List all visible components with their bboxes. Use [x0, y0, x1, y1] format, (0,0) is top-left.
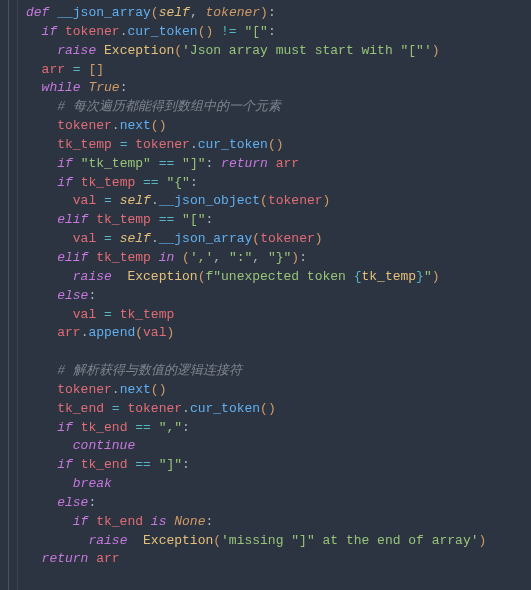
- token-var: arr: [42, 62, 73, 77]
- code-line[interactable]: if tk_end == ",":: [26, 419, 486, 438]
- token-op: =: [104, 231, 112, 246]
- token-op: ==: [135, 420, 151, 435]
- code-line[interactable]: break: [26, 475, 486, 494]
- code-area[interactable]: def __json_array(self, tokener): if toke…: [18, 0, 486, 590]
- token-op: =: [112, 401, 120, 416]
- token-str: "tk_temp": [81, 156, 151, 171]
- code-line[interactable]: tokener.next(): [26, 117, 486, 136]
- code-line[interactable]: raise Exception(f"unexpected token {tk_t…: [26, 268, 486, 287]
- token-var: tk_temp: [57, 137, 119, 152]
- code-line[interactable]: return arr: [26, 550, 486, 569]
- code-line[interactable]: continue: [26, 437, 486, 456]
- token-str: 'Json array must start with "["': [182, 43, 432, 58]
- code-line[interactable]: arr = []: [26, 61, 486, 80]
- token-call: append: [88, 325, 135, 340]
- token-op: =: [73, 62, 81, 77]
- token-punc: :: [190, 175, 198, 190]
- token-kw: elif: [57, 250, 96, 265]
- code-line[interactable]: val = self.__json_array(tokener): [26, 230, 486, 249]
- code-line[interactable]: raise Exception('missing "]" at the end …: [26, 532, 486, 551]
- token-var: tokener: [268, 193, 323, 208]
- code-line[interactable]: [26, 343, 486, 362]
- token-punc: :: [120, 80, 128, 95]
- code-line[interactable]: else:: [26, 494, 486, 513]
- code-line[interactable]: val = self.__json_object(tokener): [26, 192, 486, 211]
- code-line[interactable]: if tk_end == "]":: [26, 456, 486, 475]
- code-line[interactable]: if tokener.cur_token() != "[":: [26, 23, 486, 42]
- token-var: arr: [96, 551, 119, 566]
- token-var: tokener: [65, 24, 120, 39]
- token-kw: continue: [73, 438, 135, 453]
- code-line[interactable]: if "tk_temp" == "]": return arr: [26, 155, 486, 174]
- code-line[interactable]: tk_end = tokener.cur_token(): [26, 400, 486, 419]
- token-var: tk_temp: [96, 212, 158, 227]
- token-brk: ): [291, 250, 299, 265]
- token-kw: return: [42, 551, 97, 566]
- token-var: arr: [276, 156, 299, 171]
- token-var: tk_temp: [120, 307, 175, 322]
- token-brk: (: [252, 231, 260, 246]
- token-kw: if: [57, 175, 80, 190]
- token-var: val: [143, 325, 166, 340]
- fold-gutter[interactable]: [0, 0, 18, 590]
- token-op: ==: [143, 175, 159, 190]
- token-str: f"unexpected token: [205, 269, 353, 284]
- code-line[interactable]: if tk_end is None:: [26, 513, 486, 532]
- token-var: val: [73, 231, 104, 246]
- token-str: ",": [159, 420, 182, 435]
- token-var: tokener: [57, 118, 112, 133]
- token-kw: while: [42, 80, 89, 95]
- token-punc: ,: [190, 5, 206, 20]
- token-brk: (: [213, 533, 221, 548]
- code-line[interactable]: # 每次遍历都能得到数组中的一个元素: [26, 98, 486, 117]
- token-op: ==: [159, 212, 175, 227]
- code-line[interactable]: val = tk_temp: [26, 306, 486, 325]
- token-punc: :: [268, 24, 276, 39]
- code-line[interactable]: elif tk_temp in (',', ":", "}"):: [26, 249, 486, 268]
- token-brk: (: [260, 193, 268, 208]
- token-call: __json_array: [159, 231, 253, 246]
- code-line[interactable]: while True:: [26, 79, 486, 98]
- code-line[interactable]: # 解析获得与数值的逻辑连接符: [26, 362, 486, 381]
- token-str: "[": [244, 24, 267, 39]
- code-line[interactable]: else:: [26, 287, 486, 306]
- code-line[interactable]: if tk_temp == "{":: [26, 174, 486, 193]
- token-brk: []: [81, 62, 104, 77]
- token-brk: (: [151, 5, 159, 20]
- token-var: tk_temp: [81, 175, 143, 190]
- token-call: next: [120, 382, 151, 397]
- token-var: tk_end: [81, 420, 136, 435]
- token-punc: .: [151, 193, 159, 208]
- token-op: !=: [221, 24, 237, 39]
- token-str: "]": [159, 457, 182, 472]
- token-str: 'missing "]" at the end of array': [221, 533, 478, 548]
- token-kw: elif: [57, 212, 96, 227]
- code-line[interactable]: tokener.next(): [26, 381, 486, 400]
- token-brk: (): [198, 24, 221, 39]
- token-param: tokener: [205, 5, 260, 20]
- token-self: self: [159, 5, 190, 20]
- token-punc: [112, 307, 120, 322]
- token-punc: .: [112, 118, 120, 133]
- token-none: True: [88, 80, 119, 95]
- token-kw: if: [57, 156, 80, 171]
- token-op: }: [416, 269, 424, 284]
- token-kw: else: [57, 495, 88, 510]
- code-line[interactable]: raise Exception('Json array must start w…: [26, 42, 486, 61]
- token-kw: if: [42, 24, 65, 39]
- token-comment: # 解析获得与数值的逻辑连接符: [57, 363, 242, 378]
- code-line[interactable]: tk_temp = tokener.cur_token(): [26, 136, 486, 155]
- token-kw: is: [151, 514, 174, 529]
- code-line[interactable]: def __json_array(self, tokener):: [26, 4, 486, 23]
- code-line[interactable]: elif tk_temp == "[":: [26, 211, 486, 230]
- token-punc: ,: [252, 250, 268, 265]
- token-var: tk_end: [57, 401, 112, 416]
- code-line[interactable]: arr.append(val): [26, 324, 486, 343]
- token-brk: ): [479, 533, 487, 548]
- token-var: tokener: [260, 231, 315, 246]
- code-editor[interactable]: def __json_array(self, tokener): if toke…: [0, 0, 531, 590]
- token-fstr-int: tk_temp: [362, 269, 417, 284]
- token-punc: .: [182, 401, 190, 416]
- token-kw: return: [221, 156, 276, 171]
- token-kw: if: [73, 514, 96, 529]
